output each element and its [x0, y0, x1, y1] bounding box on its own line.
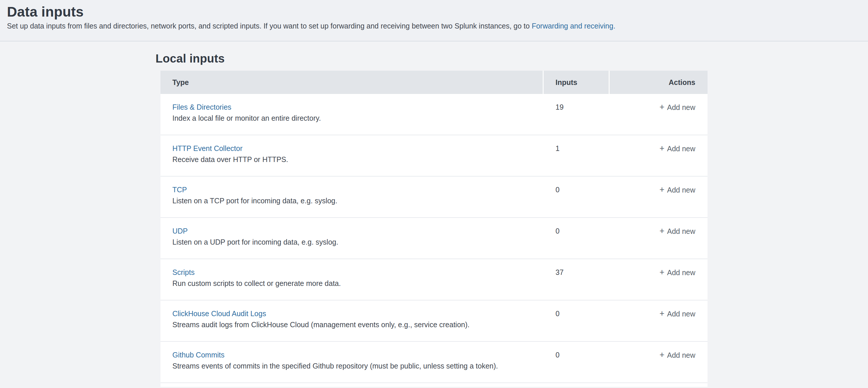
table-row: Github CommitsStreams events of commits … — [160, 342, 708, 383]
plus-icon: + — [659, 184, 664, 196]
input-type-description: Streams events of commits in the specifi… — [173, 361, 544, 371]
type-cell: TCPListen on a TCP port for incoming dat… — [160, 177, 544, 217]
inputs-count: 37 — [544, 259, 610, 300]
add-new-button[interactable]: +Add new — [659, 184, 695, 196]
table-row: UDPListen on a UDP port for incoming dat… — [160, 218, 708, 259]
table-row: Files & DirectoriesIndex a local file or… — [160, 94, 708, 135]
actions-cell: +Add new — [610, 342, 708, 383]
add-new-button[interactable]: +Add new — [659, 349, 695, 361]
table-row: HTTP Event CollectorReceive data over HT… — [160, 135, 708, 177]
plus-icon: + — [659, 225, 664, 237]
table-row: ClickHouse Cloud Audit LogsStreams audit… — [160, 300, 708, 342]
page-subtitle: Set up data inputs from files and direct… — [7, 21, 868, 31]
section-title: Local inputs — [156, 52, 868, 65]
input-type-description: Receive data over HTTP or HTTPS. — [173, 154, 544, 165]
actions-cell: +Add new — [610, 218, 708, 259]
input-type-description: Index a local file or monitor an entire … — [173, 113, 544, 123]
plus-icon: + — [659, 266, 664, 278]
actions-cell: +Add new — [610, 177, 708, 217]
page-header: Data inputs Set up data inputs from file… — [0, 0, 868, 41]
plus-icon: + — [659, 308, 664, 319]
inputs-count: 1 — [544, 135, 610, 176]
inputs-count: 0 — [544, 300, 610, 341]
input-type-link[interactable]: HTTP Event Collector — [173, 143, 242, 154]
actions-cell: +Add new — [610, 259, 708, 300]
input-type-description: Run custom scripts to collect or generat… — [173, 278, 544, 289]
input-type-link[interactable]: Scripts — [173, 266, 194, 278]
add-new-label: Add new — [667, 103, 695, 111]
inputs-count: 19 — [544, 94, 610, 135]
type-cell: ClickHouse Cloud Audit LogsStreams audit… — [160, 300, 544, 341]
table-row-partial — [160, 383, 708, 387]
actions-cell: +Add new — [610, 94, 708, 135]
table-row: ScriptsRun custom scripts to collect or … — [160, 259, 708, 300]
input-type-link[interactable]: Files & Directories — [173, 101, 231, 113]
add-new-label: Add new — [667, 145, 695, 153]
type-cell: Files & DirectoriesIndex a local file or… — [160, 94, 544, 135]
column-header-actions: Actions — [610, 71, 708, 94]
page-title: Data inputs — [7, 4, 868, 20]
forwarding-and-receiving-link[interactable]: Forwarding and receiving — [532, 22, 613, 30]
add-new-label: Add new — [667, 186, 695, 194]
column-header-type: Type — [160, 71, 543, 94]
plus-icon: + — [659, 349, 664, 361]
type-cell: ScriptsRun custom scripts to collect or … — [160, 259, 544, 300]
input-type-description: Listen on a TCP port for incoming data, … — [173, 196, 544, 206]
actions-cell: +Add new — [610, 135, 708, 176]
table-body: Files & DirectoriesIndex a local file or… — [160, 94, 708, 383]
plus-icon: + — [659, 143, 664, 154]
type-cell: Github CommitsStreams events of commits … — [160, 342, 544, 383]
table-header-row: Type Inputs Actions — [160, 71, 708, 94]
add-new-button[interactable]: +Add new — [659, 101, 695, 113]
add-new-label: Add new — [667, 268, 695, 277]
page-subtitle-text: Set up data inputs from files and direct… — [7, 22, 532, 30]
actions-cell: +Add new — [610, 300, 708, 341]
content-area: Local inputs Type Inputs Actions Files &… — [156, 52, 868, 387]
add-new-label: Add new — [667, 227, 695, 235]
input-type-link[interactable]: UDP — [173, 225, 188, 237]
input-type-description: Listen on a UDP port for incoming data, … — [173, 237, 544, 247]
add-new-button[interactable]: +Add new — [659, 266, 695, 278]
column-header-inputs: Inputs — [544, 71, 609, 94]
inputs-count: 0 — [544, 177, 610, 217]
page-subtitle-period: . — [613, 22, 615, 30]
add-new-button[interactable]: +Add new — [659, 143, 695, 154]
add-new-label: Add new — [667, 351, 695, 359]
add-new-button[interactable]: +Add new — [659, 308, 695, 320]
table-row: TCPListen on a TCP port for incoming dat… — [160, 177, 708, 218]
type-cell: HTTP Event CollectorReceive data over HT… — [160, 135, 544, 176]
inputs-count: 0 — [544, 342, 610, 383]
plus-icon: + — [659, 101, 664, 113]
input-type-description: Streams audit logs from ClickHouse Cloud… — [173, 319, 544, 330]
type-cell: UDPListen on a UDP port for incoming dat… — [160, 218, 544, 259]
input-type-link[interactable]: TCP — [173, 184, 187, 196]
add-new-button[interactable]: +Add new — [659, 225, 695, 237]
local-inputs-table: Type Inputs Actions Files & DirectoriesI… — [160, 71, 708, 387]
add-new-label: Add new — [667, 310, 695, 318]
input-type-link[interactable]: Github Commits — [173, 349, 224, 361]
inputs-count: 0 — [544, 218, 610, 259]
input-type-link[interactable]: ClickHouse Cloud Audit Logs — [173, 308, 266, 319]
